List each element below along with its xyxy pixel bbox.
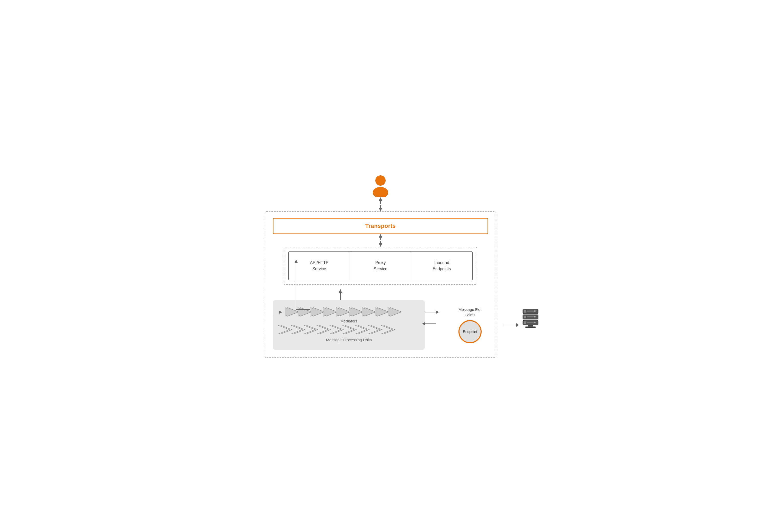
svg-point-18 bbox=[534, 310, 536, 312]
upper-chevron-row: ► bbox=[278, 307, 420, 317]
inbound-endpoints-label: InboundEndpoints bbox=[433, 260, 451, 271]
diagram-container: Transports API/HTTPService ProxyService bbox=[265, 174, 496, 358]
inbound-endpoints-box: InboundEndpoints bbox=[411, 252, 472, 280]
processing-endpoint-row: ► bbox=[273, 300, 488, 350]
processing-area: ► bbox=[273, 300, 425, 350]
arrow-person-transports bbox=[378, 197, 383, 211]
mpu-label: Message Processing Units bbox=[278, 338, 420, 342]
proxy-service-label: ProxyService bbox=[374, 260, 387, 271]
svg-point-0 bbox=[375, 175, 386, 186]
services-row: API/HTTPService ProxyService InboundEndp… bbox=[288, 251, 473, 280]
svg-rect-3 bbox=[380, 201, 381, 204]
svg-marker-9 bbox=[379, 243, 382, 247]
svg-marker-2 bbox=[379, 197, 382, 201]
svg-rect-16 bbox=[524, 310, 526, 313]
svg-rect-4 bbox=[380, 205, 381, 208]
svg-rect-7 bbox=[380, 238, 381, 240]
proxy-service-box: ProxyService bbox=[350, 252, 411, 280]
endpoint-circle-label: Endpoint bbox=[463, 330, 477, 334]
svg-rect-20 bbox=[524, 316, 526, 318]
endpoint-server-section: Message ExitPoints Endpoint bbox=[442, 300, 488, 350]
svg-rect-25 bbox=[527, 322, 535, 323]
chevron-entry-arrow: ► bbox=[278, 309, 283, 315]
svg-marker-11 bbox=[338, 289, 342, 293]
transports-bar: Transports bbox=[273, 218, 488, 234]
outer-dashed-box: Transports API/HTTPService ProxyService bbox=[265, 211, 496, 358]
svg-point-1 bbox=[373, 187, 388, 197]
processing-area-wrapper: ► bbox=[273, 300, 442, 350]
lower-chevron-row bbox=[278, 325, 420, 335]
svg-rect-24 bbox=[524, 321, 526, 324]
arrow-transports-services bbox=[378, 234, 383, 247]
lower-chevrons-svg bbox=[278, 325, 402, 335]
transports-label: Transports bbox=[365, 223, 396, 229]
api-http-label: API/HTTPService bbox=[310, 260, 328, 271]
services-inner-box: API/HTTPService ProxyService InboundEndp… bbox=[284, 247, 477, 285]
server-svg bbox=[521, 308, 540, 328]
upper-chevrons-svg bbox=[285, 307, 408, 317]
svg-rect-17 bbox=[527, 311, 535, 312]
mediators-label: Mediators bbox=[278, 319, 420, 323]
endpoint-circle: Endpoint bbox=[458, 320, 482, 343]
endpoint-exit-label: Message ExitPoints bbox=[458, 307, 482, 318]
svg-rect-27 bbox=[528, 325, 533, 327]
svg-marker-6 bbox=[379, 234, 382, 238]
svg-rect-21 bbox=[527, 316, 535, 317]
api-http-service-box: API/HTTPService bbox=[289, 252, 350, 280]
arrow-endpoint-server bbox=[503, 323, 519, 327]
svg-rect-8 bbox=[380, 241, 381, 243]
svg-point-22 bbox=[534, 316, 536, 318]
svg-point-26 bbox=[534, 322, 536, 323]
svg-marker-5 bbox=[379, 208, 382, 211]
person-icon bbox=[369, 174, 392, 197]
server-icon bbox=[521, 308, 540, 329]
svg-rect-28 bbox=[525, 327, 536, 328]
